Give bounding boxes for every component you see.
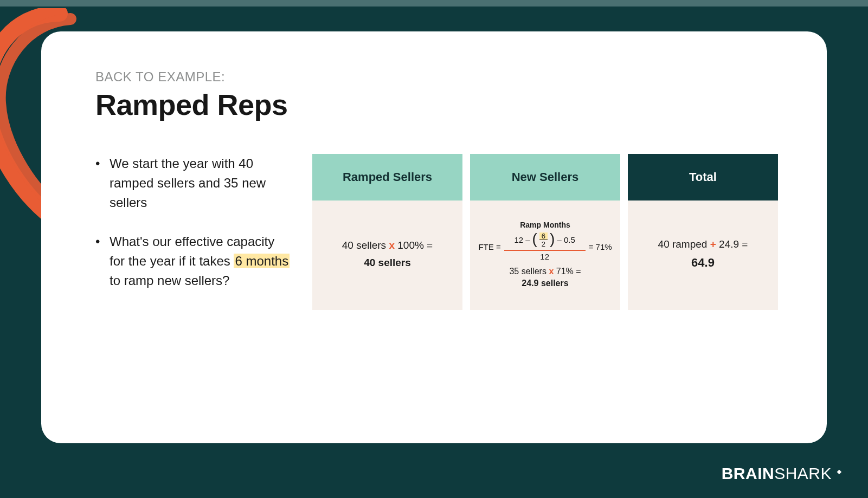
window-top-bar [0,0,868,7]
brainshark-logo: BRAINSHARK [722,464,835,483]
six-over-two: 6 2 [539,232,548,248]
brand-light: SHARK [774,464,832,482]
ramp-months-label: Ramp Months [520,221,570,229]
box-ramped-head: Ramped Sellers [312,154,462,201]
bullet-2-post: to ramp new sellers? [110,273,229,288]
box-ramped-body: 40 sellers x 100% = 40 sellers [312,201,462,310]
bullet-1: We start the year with 40 ramped sellers… [95,154,291,212]
ramped-formula-line: 40 sellers x 100% = [342,240,433,251]
ramped-40-sellers: 40 sellers [342,240,389,251]
kicker-text: BACK TO EXAMPLE: [95,69,778,85]
calc-boxes: Ramped Sellers 40 sellers x 100% = 40 se… [312,154,778,310]
fte-fraction: 12 – ( 6 2 ) – 0.5 12 [504,232,586,261]
frac-den-2: 2 [539,240,548,248]
brand-bold: BRAIN [722,464,775,482]
highlight-6-months: 6 months [234,254,290,268]
fte-numerator: 12 – ( 6 2 ) – 0.5 [515,232,575,249]
fte-denominator: 12 [540,252,549,261]
total-formula-line: 40 ramped + 24.9 = [658,238,748,250]
frac-num-6: 6 [539,232,548,240]
slide-card: BACK TO EXAMPLE: Ramped Reps We start th… [41,31,827,443]
fte-formula: FTE = 12 – ( 6 2 ) – 0 [478,232,612,261]
new-sellers-formula: 35 sellers x 71% = [509,267,581,276]
new-sellers-result: 24.9 sellers [522,279,568,288]
box-total: Total 40 ramped + 24.9 = 64.9 [628,154,778,310]
plus-icon: + [710,238,716,250]
num-12: 12 [515,235,524,244]
box-total-head: Total [628,154,778,201]
total-24-9: 24.9 = [716,238,748,250]
box-new-head: New Sellers [470,154,620,201]
box-new-body: Ramp Months FTE = 12 – ( 6 2 [470,201,620,310]
multiply-icon: x [389,240,395,251]
fraction-bar [504,250,586,251]
new-71pct: 71% = [554,267,581,276]
new-35-sellers: 35 sellers [509,267,549,276]
equals-71pct: = 71% [589,242,612,251]
paren-open-icon: ( [532,233,537,245]
box-new-sellers: New Sellers Ramp Months FTE = 12 – ( 6 [470,154,620,310]
slide-title: Ramped Reps [95,88,778,121]
box-total-body: 40 ramped + 24.9 = 64.9 [628,201,778,310]
bullet-2: What's our effective capacity for the ye… [95,232,291,290]
total-result: 64.9 [691,256,715,270]
bullet-list: We start the year with 40 ramped sellers… [95,154,291,310]
multiply-icon-2: x [549,267,554,276]
paren-close-icon: ) [550,233,555,245]
minus-1: – [525,235,530,244]
fte-label: FTE = [478,242,500,251]
ramped-100pct: 100% = [395,240,433,251]
total-40-ramped: 40 ramped [658,238,710,250]
content-row: We start the year with 40 ramped sellers… [95,154,778,310]
minus-0-5: – 0.5 [557,235,575,244]
box-ramped-sellers: Ramped Sellers 40 sellers x 100% = 40 se… [312,154,462,310]
ramped-result: 40 sellers [364,257,411,269]
